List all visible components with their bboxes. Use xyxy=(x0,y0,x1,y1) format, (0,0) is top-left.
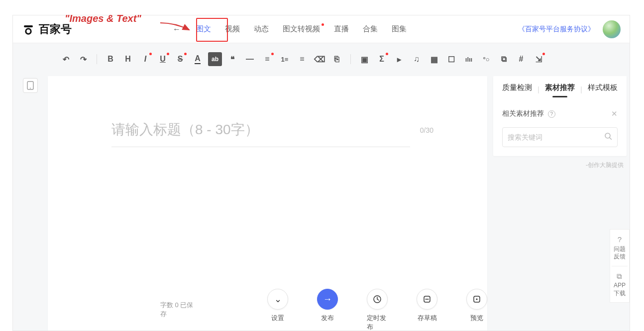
brand-name: 百家号 xyxy=(39,22,72,37)
left-rail xyxy=(13,70,48,331)
publish-label: 发布 xyxy=(321,314,334,323)
save-icon xyxy=(417,289,437,310)
insert-formula-button[interactable]: Σ xyxy=(375,52,389,66)
new-dot-icon xyxy=(167,53,169,55)
sidebar-tab-quality[interactable]: 质量检测 xyxy=(502,83,532,95)
insert-image-button[interactable]: ▣ xyxy=(357,52,371,66)
topbar: 百家号 ← 图文 视频 动态 图文转视频 直播 合集 图集 《百家号平台服务协议… xyxy=(13,15,630,43)
draft-label: 存草稿 xyxy=(418,314,437,323)
new-dot-icon xyxy=(184,53,187,55)
app-frame: 百家号 ← 图文 视频 动态 图文转视频 直播 合集 图集 《百家号平台服务协议… xyxy=(12,15,630,331)
editor-toolbar: ↶ ↷ B H I U S A ab ❝ — ≡ 1≡ ≡ ⌫ ⎘ ▣ Σ ▸ … xyxy=(13,48,630,70)
mobile-preview-toggle[interactable] xyxy=(23,78,38,93)
align-button[interactable]: ≡ xyxy=(260,52,274,66)
italic-button[interactable]: I xyxy=(138,52,152,66)
sidebar-tab-template[interactable]: 样式模板 xyxy=(588,83,618,95)
insert-topic-button[interactable]: # xyxy=(514,52,528,66)
hr-button[interactable]: — xyxy=(243,52,257,66)
question-icon: ? xyxy=(614,235,626,245)
brand-logo-icon xyxy=(22,23,35,36)
redo-button[interactable]: ↷ xyxy=(76,52,90,66)
material-search[interactable] xyxy=(502,127,618,147)
draft-action[interactable]: 存草稿 xyxy=(417,289,437,331)
new-dot-icon xyxy=(322,23,324,26)
insert-table-button[interactable]: ▦ xyxy=(427,52,441,66)
insert-person-button[interactable]: °○ xyxy=(479,52,493,66)
settings-label: 设置 xyxy=(271,314,284,323)
bottom-bar: 字数 0 已保存 ⌄ 设置 → 发布 定时发布 xyxy=(48,286,487,331)
underline-button[interactable]: U xyxy=(156,52,170,66)
tab-collection[interactable]: 合集 xyxy=(363,24,378,34)
editor-toolbar-wrap: ↶ ↷ B H I U S A ab ❝ — ≡ 1≡ ≡ ⌫ ⎘ ▣ Σ ▸ … xyxy=(13,43,630,71)
publish-action[interactable]: → 发布 xyxy=(317,289,338,331)
insert-video-button[interactable]: ▸ xyxy=(392,52,406,66)
font-color-button[interactable]: A xyxy=(191,52,205,66)
bold-button[interactable]: B xyxy=(104,52,117,66)
tab-image-text[interactable]: 图文 xyxy=(196,24,211,34)
svg-point-8 xyxy=(476,298,477,300)
title-input[interactable] xyxy=(111,122,410,147)
svg-rect-0 xyxy=(24,25,33,27)
sidebar-tab-separator: | xyxy=(580,85,582,93)
right-sidebar: 质量检测 | 素材推荐 | 样式模板 相关素材推荐 ? ✕ xyxy=(493,76,627,331)
tab-gallery[interactable]: 图集 xyxy=(392,24,407,34)
brand-logo[interactable]: 百家号 xyxy=(22,22,72,37)
bottom-actions: ⌄ 设置 → 发布 定时发布 xyxy=(267,289,487,331)
topbar-right: 《百家号平台服务协议》 xyxy=(518,20,621,38)
clock-icon xyxy=(367,289,388,310)
editor-card: 0/30 字数 0 已保存 ⌄ 设置 → 发布 xyxy=(48,76,487,331)
insert-audio-button[interactable]: ♫ xyxy=(410,52,424,66)
sidebar-tab-material[interactable]: 素材推荐 xyxy=(545,83,575,95)
insert-link-button[interactable]: ⧉ xyxy=(497,52,511,66)
heading-button[interactable]: H xyxy=(121,52,135,66)
new-dot-icon xyxy=(149,53,152,55)
toolbar-separator xyxy=(350,54,351,64)
tab-live[interactable]: 直播 xyxy=(334,24,349,34)
sidebar-tabs: 质量检测 | 素材推荐 | 样式模板 xyxy=(502,83,618,95)
preview-label: 预览 xyxy=(470,314,483,323)
word-count-status: 字数 0 已保存 xyxy=(160,301,198,319)
clear-format-button[interactable]: ⌫ xyxy=(313,52,326,66)
search-icon[interactable] xyxy=(604,132,612,142)
arrow-right-icon: → xyxy=(317,289,338,310)
tab-moment[interactable]: 动态 xyxy=(254,24,269,34)
tab-video[interactable]: 视频 xyxy=(225,24,240,34)
title-row: 0/30 xyxy=(48,76,487,157)
title-char-count: 0/30 xyxy=(420,126,433,143)
tab-article-to-video[interactable]: 图文转视频 xyxy=(283,24,320,34)
preview-icon xyxy=(466,289,487,310)
material-search-input[interactable] xyxy=(508,133,600,141)
sidebar-provider-label: -创作大脑提供 xyxy=(493,161,624,169)
schedule-action[interactable]: 定时发布 xyxy=(367,289,388,331)
unordered-list-button[interactable]: ≡ xyxy=(295,52,309,66)
content-type-tabs: 图文 视频 动态 图文转视频 直播 合集 图集 xyxy=(196,24,407,34)
phone-icon xyxy=(27,81,34,90)
schedule-label: 定时发布 xyxy=(367,314,388,331)
app-download-button[interactable]: ⧉ APP 下载 xyxy=(612,266,628,303)
chevron-down-icon: ⌄ xyxy=(267,289,288,310)
undo-button[interactable]: ↶ xyxy=(59,52,73,66)
insert-card-button[interactable]: ☐ xyxy=(444,52,458,66)
svg-point-1 xyxy=(26,28,31,33)
strikethrough-button[interactable]: S xyxy=(173,52,187,66)
new-dot-icon xyxy=(386,53,388,55)
format-painter-button[interactable]: ⎘ xyxy=(330,52,344,66)
sidebar-card: 质量检测 | 素材推荐 | 样式模板 相关素材推荐 ? ✕ xyxy=(493,76,627,156)
highlight-button[interactable]: ab xyxy=(208,52,222,66)
insert-vote-button[interactable]: ılıı xyxy=(462,52,476,66)
toolbar-separator xyxy=(97,54,97,64)
user-avatar[interactable] xyxy=(603,20,621,38)
back-button[interactable]: ← xyxy=(171,25,182,34)
close-icon[interactable]: ✕ xyxy=(611,109,618,118)
feedback-button[interactable]: ? 问题 反馈 xyxy=(612,230,628,266)
svg-line-10 xyxy=(610,138,612,140)
help-icon[interactable]: ? xyxy=(548,110,555,118)
svg-point-3 xyxy=(30,88,31,89)
quote-button[interactable]: ❝ xyxy=(225,52,239,66)
sidebar-subhead-label: 相关素材推荐 xyxy=(502,109,544,117)
preview-action[interactable]: 预览 xyxy=(466,289,487,331)
more-button[interactable]: ⇲ xyxy=(532,52,545,66)
agreement-link[interactable]: 《百家号平台服务协议》 xyxy=(518,25,595,34)
ordered-list-button[interactable]: 1≡ xyxy=(278,52,292,66)
settings-action[interactable]: ⌄ 设置 xyxy=(267,289,288,331)
